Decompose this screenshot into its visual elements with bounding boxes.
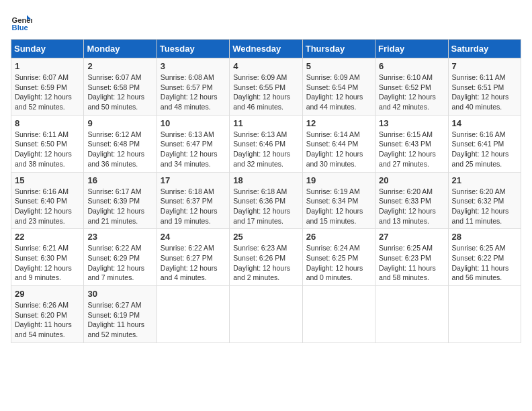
calendar-day-27: 27Sunrise: 6:25 AMSunset: 6:23 PMDayligh… (375, 229, 448, 286)
day-number: 30 (87, 289, 152, 299)
day-number: 19 (306, 175, 371, 185)
day-info: Sunrise: 6:07 AMSunset: 6:59 PMDaylight:… (15, 73, 80, 112)
weekday-header-monday: Monday (84, 40, 157, 58)
weekday-header-sunday: Sunday (11, 40, 84, 58)
calendar-day-25: 25Sunrise: 6:23 AMSunset: 6:26 PMDayligh… (230, 229, 302, 286)
empty-cell (230, 286, 302, 343)
day-number: 3 (161, 61, 226, 71)
calendar-day-9: 9Sunrise: 6:12 AMSunset: 6:48 PMDaylight… (84, 115, 157, 172)
day-info: Sunrise: 6:11 AMSunset: 6:50 PMDaylight:… (15, 130, 80, 169)
day-info: Sunrise: 6:11 AMSunset: 6:51 PMDaylight:… (452, 73, 517, 112)
calendar-day-5: 5Sunrise: 6:09 AMSunset: 6:54 PMDaylight… (302, 58, 375, 116)
weekday-header-thursday: Thursday (302, 40, 375, 58)
day-number: 21 (452, 175, 517, 185)
calendar-week-2: 8Sunrise: 6:11 AMSunset: 6:50 PMDaylight… (11, 115, 521, 172)
calendar-day-19: 19Sunrise: 6:19 AMSunset: 6:34 PMDayligh… (302, 172, 375, 229)
calendar-day-8: 8Sunrise: 6:11 AMSunset: 6:50 PMDaylight… (11, 115, 84, 172)
calendar-day-1: 1Sunrise: 6:07 AMSunset: 6:59 PMDaylight… (11, 58, 84, 116)
day-info: Sunrise: 6:09 AMSunset: 6:54 PMDaylight:… (306, 73, 371, 112)
calendar-week-5: 29Sunrise: 6:26 AMSunset: 6:20 PMDayligh… (11, 286, 521, 343)
day-info: Sunrise: 6:24 AMSunset: 6:25 PMDaylight:… (306, 243, 371, 283)
calendar-week-1: 1Sunrise: 6:07 AMSunset: 6:59 PMDaylight… (11, 58, 521, 116)
calendar-day-3: 3Sunrise: 6:08 AMSunset: 6:57 PMDaylight… (157, 58, 229, 116)
day-number: 10 (161, 118, 226, 128)
calendar-day-4: 4Sunrise: 6:09 AMSunset: 6:55 PMDaylight… (230, 58, 302, 116)
calendar-day-15: 15Sunrise: 6:16 AMSunset: 6:40 PMDayligh… (11, 172, 84, 229)
calendar-day-21: 21Sunrise: 6:20 AMSunset: 6:32 PMDayligh… (448, 172, 521, 229)
calendar-day-23: 23Sunrise: 6:22 AMSunset: 6:29 PMDayligh… (84, 229, 157, 286)
calendar-day-30: 30Sunrise: 6:27 AMSunset: 6:19 PMDayligh… (84, 286, 157, 343)
calendar-day-13: 13Sunrise: 6:15 AMSunset: 6:43 PMDayligh… (375, 115, 448, 172)
day-number: 1 (15, 61, 80, 71)
empty-cell (302, 286, 375, 343)
empty-cell (375, 286, 448, 343)
weekday-header-saturday: Saturday (448, 40, 521, 58)
day-info: Sunrise: 6:17 AMSunset: 6:39 PMDaylight:… (87, 187, 152, 226)
day-number: 16 (87, 175, 152, 185)
day-info: Sunrise: 6:25 AMSunset: 6:23 PMDaylight:… (379, 243, 444, 283)
calendar-day-2: 2Sunrise: 6:07 AMSunset: 6:58 PMDaylight… (84, 58, 157, 116)
day-number: 28 (452, 232, 517, 242)
day-number: 11 (233, 118, 298, 128)
day-info: Sunrise: 6:19 AMSunset: 6:34 PMDaylight:… (306, 187, 371, 226)
day-number: 26 (306, 232, 371, 242)
day-number: 27 (379, 232, 444, 242)
calendar-day-22: 22Sunrise: 6:21 AMSunset: 6:30 PMDayligh… (11, 229, 84, 286)
svg-text:Blue: Blue (12, 24, 28, 32)
day-info: Sunrise: 6:16 AMSunset: 6:40 PMDaylight:… (15, 187, 80, 226)
day-info: Sunrise: 6:07 AMSunset: 6:58 PMDaylight:… (87, 73, 152, 112)
calendar-day-14: 14Sunrise: 6:16 AMSunset: 6:41 PMDayligh… (448, 115, 521, 172)
day-info: Sunrise: 6:08 AMSunset: 6:57 PMDaylight:… (161, 73, 226, 112)
day-info: Sunrise: 6:13 AMSunset: 6:46 PMDaylight:… (233, 130, 298, 169)
calendar-week-4: 22Sunrise: 6:21 AMSunset: 6:30 PMDayligh… (11, 229, 521, 286)
logo: General Blue (11, 11, 32, 32)
day-number: 13 (379, 118, 444, 128)
day-info: Sunrise: 6:18 AMSunset: 6:37 PMDaylight:… (161, 187, 226, 226)
day-number: 2 (87, 61, 152, 71)
weekday-header-friday: Friday (375, 40, 448, 58)
day-number: 12 (306, 118, 371, 128)
weekday-header-wednesday: Wednesday (230, 40, 302, 58)
calendar-day-29: 29Sunrise: 6:26 AMSunset: 6:20 PMDayligh… (11, 286, 84, 343)
calendar-day-26: 26Sunrise: 6:24 AMSunset: 6:25 PMDayligh… (302, 229, 375, 286)
calendar-day-12: 12Sunrise: 6:14 AMSunset: 6:44 PMDayligh… (302, 115, 375, 172)
calendar-week-3: 15Sunrise: 6:16 AMSunset: 6:40 PMDayligh… (11, 172, 521, 229)
day-info: Sunrise: 6:25 AMSunset: 6:22 PMDaylight:… (452, 243, 517, 283)
day-info: Sunrise: 6:15 AMSunset: 6:43 PMDaylight:… (379, 130, 444, 169)
day-info: Sunrise: 6:20 AMSunset: 6:33 PMDaylight:… (379, 187, 444, 226)
day-info: Sunrise: 6:20 AMSunset: 6:32 PMDaylight:… (452, 187, 517, 226)
calendar-day-16: 16Sunrise: 6:17 AMSunset: 6:39 PMDayligh… (84, 172, 157, 229)
day-info: Sunrise: 6:27 AMSunset: 6:19 PMDaylight:… (87, 300, 152, 340)
day-number: 5 (306, 61, 371, 71)
calendar-day-18: 18Sunrise: 6:18 AMSunset: 6:36 PMDayligh… (230, 172, 302, 229)
header: General Blue (11, 11, 521, 32)
calendar-table: SundayMondayTuesdayWednesdayThursdayFrid… (11, 39, 521, 343)
svg-text:General: General (12, 16, 32, 24)
calendar-day-20: 20Sunrise: 6:20 AMSunset: 6:33 PMDayligh… (375, 172, 448, 229)
day-info: Sunrise: 6:26 AMSunset: 6:20 PMDaylight:… (15, 300, 80, 340)
day-number: 25 (233, 232, 298, 242)
day-number: 18 (233, 175, 298, 185)
calendar-day-7: 7Sunrise: 6:11 AMSunset: 6:51 PMDaylight… (448, 58, 521, 116)
day-number: 14 (452, 118, 517, 128)
day-number: 7 (452, 61, 517, 71)
day-info: Sunrise: 6:12 AMSunset: 6:48 PMDaylight:… (87, 130, 152, 169)
day-info: Sunrise: 6:22 AMSunset: 6:27 PMDaylight:… (161, 243, 226, 283)
day-info: Sunrise: 6:23 AMSunset: 6:26 PMDaylight:… (233, 243, 298, 283)
day-info: Sunrise: 6:21 AMSunset: 6:30 PMDaylight:… (15, 243, 80, 283)
day-number: 17 (161, 175, 226, 185)
logo-icon: General Blue (11, 11, 32, 32)
calendar-day-6: 6Sunrise: 6:10 AMSunset: 6:52 PMDaylight… (375, 58, 448, 116)
calendar-day-28: 28Sunrise: 6:25 AMSunset: 6:22 PMDayligh… (448, 229, 521, 286)
day-number: 22 (15, 232, 80, 242)
day-info: Sunrise: 6:09 AMSunset: 6:55 PMDaylight:… (233, 73, 298, 112)
calendar-day-11: 11Sunrise: 6:13 AMSunset: 6:46 PMDayligh… (230, 115, 302, 172)
day-number: 9 (87, 118, 152, 128)
calendar-day-10: 10Sunrise: 6:13 AMSunset: 6:47 PMDayligh… (157, 115, 229, 172)
calendar-day-24: 24Sunrise: 6:22 AMSunset: 6:27 PMDayligh… (157, 229, 229, 286)
day-number: 20 (379, 175, 444, 185)
empty-cell (448, 286, 521, 343)
weekday-header-tuesday: Tuesday (157, 40, 229, 58)
day-number: 4 (233, 61, 298, 71)
day-info: Sunrise: 6:18 AMSunset: 6:36 PMDaylight:… (233, 187, 298, 226)
